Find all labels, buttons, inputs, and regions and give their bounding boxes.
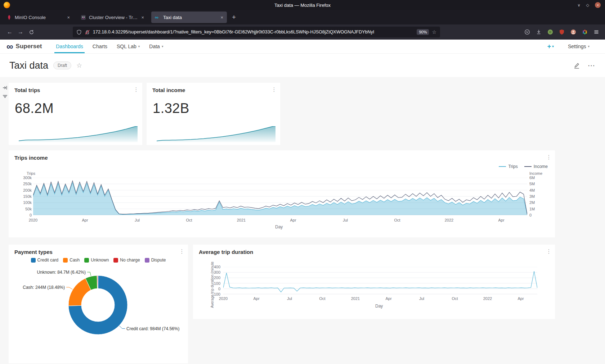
url-bar[interactable]: 172.18.0.4:32295/superset/dashboard/1/?n… (73, 27, 440, 37)
edit-dashboard-pencil-icon[interactable] (574, 63, 580, 69)
dashboard-body: Total trips ⋮ 68.2M Total income ⋮ 1.32B… (0, 77, 605, 364)
chart-title: Average trip duration (199, 249, 253, 255)
tab-close-icon[interactable]: × (141, 15, 144, 20)
axis-tick-label: 2021 (345, 296, 366, 301)
legend-label: Cash (70, 258, 80, 263)
chart-options-icon[interactable]: ⋮ (178, 248, 186, 255)
tab-taxi-data[interactable]: ∞ Taxi data × (151, 12, 227, 23)
axis-tick-label: 200k (16, 188, 32, 192)
window-minimize-icon[interactable]: ∨ (577, 3, 580, 7)
back-button[interactable]: ← (4, 27, 15, 37)
axis-tick-label: 400 (210, 265, 220, 269)
axis-tick-label: 100k (16, 200, 32, 205)
chart-options-icon[interactable]: ⋮ (270, 86, 278, 93)
forward-button[interactable]: → (15, 27, 26, 37)
donut-callout-label: Credit card: 984M (74.56%) (126, 326, 179, 331)
settings-label: Settings (568, 44, 586, 49)
downloads-icon[interactable] (536, 29, 542, 35)
legend-item-trips[interactable]: Trips (499, 164, 517, 169)
menu-hamburger-icon[interactable] (593, 29, 599, 35)
axis-tick-label: Jul (126, 218, 148, 222)
tab-strip: MinIO Console × Cluster Overview - Trino… (0, 10, 605, 24)
legend-item[interactable]: Cash (63, 258, 80, 263)
legend-item[interactable]: Unknown (84, 258, 109, 263)
nav-sql-lab[interactable]: SQL Lab ▾ (117, 40, 140, 53)
extension-badger-icon[interactable] (547, 29, 553, 35)
donut-slice-dispute[interactable] (98, 276, 98, 288)
chart-legend: Credit cardCashUnknownNo chargeDispute (9, 258, 188, 263)
chart-legend: Trips Income (499, 164, 548, 169)
legend-item[interactable]: Credit card (31, 258, 59, 263)
filter-lines-icon[interactable] (2, 94, 8, 101)
extension-pinwheel-icon[interactable] (582, 29, 588, 35)
y-axis-name: Trips (19, 171, 35, 176)
axis-tick-label: -100 (210, 292, 220, 296)
chart-options-icon[interactable]: ⋮ (132, 86, 140, 93)
legend-item[interactable]: No charge (113, 258, 140, 263)
axis-tick-label: Oct (444, 296, 466, 301)
axis-tick-label: 5M (529, 182, 545, 186)
axis-tick-label: Jul (279, 296, 300, 301)
settings-menu[interactable]: Settings ▾ (568, 40, 590, 53)
window-titlebar[interactable]: Taxi data — Mozilla Firefox ∨ ◇ × (0, 0, 605, 10)
pocket-icon[interactable] (524, 29, 530, 35)
axis-tick-label: Jul (411, 296, 433, 301)
x-axis-title: Day (375, 304, 383, 309)
new-item-button[interactable]: + ▾ (547, 43, 554, 50)
tab-trino[interactable]: Cluster Overview - Trino × (77, 12, 148, 23)
draft-badge: Draft (53, 62, 71, 69)
axis-tick-label: 1M (529, 207, 545, 211)
legend-item[interactable]: Dispute (145, 258, 166, 263)
trino-favicon (81, 15, 86, 20)
legend-label: Dispute (151, 258, 166, 263)
firefox-window: Taxi data — Mozilla Firefox ∨ ◇ × MinIO … (0, 0, 605, 364)
reload-icon (29, 29, 34, 35)
legend-label: Credit card (37, 258, 59, 263)
donut-callout-label: Unknown: 84.7M (6.42%) (28, 270, 86, 275)
ublock-shield-icon[interactable] (559, 29, 565, 35)
axis-tick-label: 3M (529, 194, 545, 199)
chevron-down-icon: ▾ (138, 45, 140, 48)
expand-filter-bar-icon[interactable] (2, 85, 8, 92)
legend-item-income[interactable]: Income (524, 164, 548, 169)
nav-data[interactable]: Data ▾ (149, 40, 163, 53)
tracking-protection-shield-icon[interactable] (76, 29, 82, 35)
big-number-value: 68.2M (15, 101, 54, 116)
toolbar-extensions-area (524, 29, 601, 35)
zoom-indicator[interactable]: 90% (417, 29, 429, 35)
plus-icon: + (547, 43, 551, 50)
insecure-lock-icon[interactable] (85, 29, 90, 35)
axis-tick-label: 2022 (438, 218, 460, 222)
dashboard-menu-icon[interactable]: ⋯ (588, 64, 595, 67)
nav-charts[interactable]: Charts (93, 40, 107, 53)
window-maximize-icon[interactable]: ◇ (586, 3, 589, 7)
bookmark-star-icon[interactable]: ☆ (432, 29, 436, 35)
tab-minio-console[interactable]: MinIO Console × (3, 12, 73, 23)
axis-tick-label: 2020 (22, 218, 44, 222)
profile-avatar-icon[interactable] (570, 29, 576, 35)
tab-close-icon[interactable]: × (67, 15, 70, 20)
superset-logo[interactable]: ∞ Superset (6, 43, 42, 50)
window-controls: ∨ ◇ × (577, 0, 601, 10)
new-tab-button[interactable]: + (232, 13, 236, 21)
reload-button[interactable] (26, 27, 37, 37)
axis-tick-label: Jul (335, 218, 356, 222)
nav-dashboards[interactable]: Dashboards (56, 40, 83, 53)
axis-tick-label: Oct (178, 218, 200, 222)
axis-tick-label: 200 (210, 276, 220, 280)
url-text[interactable]: 172.18.0.4:32295/superset/dashboard/1/?n… (93, 29, 374, 35)
favorite-star-icon[interactable]: ☆ (76, 62, 82, 69)
axis-tick-label: Apr (378, 296, 399, 301)
axis-tick-label: Apr (74, 218, 96, 222)
avg-trip-duration-plot[interactable] (223, 267, 537, 294)
legend-swatch (31, 258, 36, 263)
tab-close-icon[interactable]: × (220, 15, 223, 20)
chart-card-trips-income: Trips income ⋮ Trips Income Trips Income… (9, 150, 555, 237)
chart-options-icon[interactable]: ⋮ (545, 248, 553, 255)
chart-options-icon[interactable]: ⋮ (545, 154, 553, 160)
superset-logo-icon: ∞ (6, 43, 13, 50)
chart-card-total-trips: Total trips ⋮ 68.2M (9, 83, 142, 145)
window-close-icon[interactable]: × (595, 2, 601, 8)
payment-types-donut[interactable] (9, 266, 188, 363)
trips-income-plot[interactable] (33, 178, 527, 215)
